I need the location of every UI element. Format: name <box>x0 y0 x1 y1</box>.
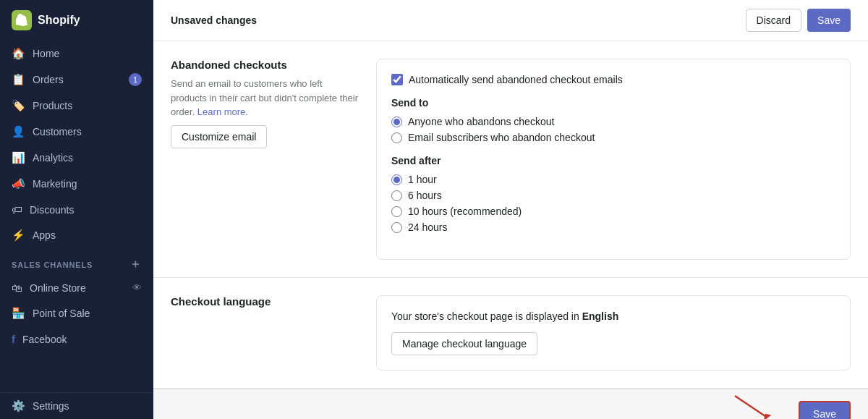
checkout-language-right: Your store's checkout page is displayed … <box>376 295 851 371</box>
svg-marker-1 <box>764 414 771 419</box>
abandoned-checkouts-desc: Send an email to customers who left prod… <box>171 77 359 119</box>
auto-send-checkbox-row: Automatically send abandoned checkout em… <box>391 74 835 85</box>
topbar-actions: Discard Save <box>746 9 851 32</box>
nav-item-apps[interactable]: ⚡ Apps <box>0 222 153 248</box>
orders-label: Orders <box>33 74 64 85</box>
send-to-subscribers-radio[interactable] <box>391 132 402 143</box>
customize-email-button[interactable]: Customize email <box>171 125 267 148</box>
send-after-heading: Send after <box>391 155 835 166</box>
nav-item-analytics[interactable]: 📊 Analytics <box>0 145 153 171</box>
send-after-1h-label: 1 hour <box>408 174 437 185</box>
arrow-annotation <box>731 393 774 419</box>
send-after-6h-label: 6 hours <box>408 190 442 201</box>
nav-item-marketing[interactable]: 📣 Marketing <box>0 171 153 197</box>
send-to-subscribers-label: Email subscribers who abandon checkout <box>408 132 595 143</box>
analytics-label: Analytics <box>33 152 73 164</box>
send-to-anyone-radio[interactable] <box>391 117 402 127</box>
checkout-language-section: Checkout language Your store's checkout … <box>153 278 868 388</box>
apps-icon: ⚡ <box>12 229 25 242</box>
sales-channels-label: SALES CHANNELS <box>12 261 93 269</box>
send-after-24h-label: 24 hours <box>408 221 447 233</box>
send-after-10h-row: 10 hours (recommended) <box>391 206 835 217</box>
app-logo: shopify <box>0 0 153 41</box>
discounts-label: Discounts <box>30 204 74 216</box>
eye-icon: 👁 <box>132 282 142 293</box>
send-after-6h-row: 6 hours <box>391 190 835 201</box>
manage-checkout-language-button[interactable]: Manage checkout language <box>391 332 537 355</box>
auto-send-label: Automatically send abandoned checkout em… <box>409 74 623 85</box>
home-label: Home <box>33 48 59 59</box>
customers-icon: 👤 <box>12 125 25 138</box>
add-sales-channel-icon[interactable]: ＋ <box>129 257 142 272</box>
save-top-button[interactable]: Save <box>807 9 851 32</box>
settings-content: Abandoned checkouts Send an email to cus… <box>153 41 868 419</box>
checkout-language-left: Checkout language <box>171 295 359 371</box>
nav-item-customers[interactable]: 👤 Customers <box>0 119 153 145</box>
nav-item-online-store[interactable]: 🛍 Online Store 👁 <box>0 275 153 300</box>
send-to-subscribers-row: Email subscribers who abandon checkout <box>391 132 835 143</box>
facebook-label: Facebook <box>22 334 67 345</box>
marketing-icon: 📣 <box>12 177 25 190</box>
send-after-6h-radio[interactable] <box>391 190 402 201</box>
nav-item-facebook[interactable]: f Facebook <box>0 326 153 352</box>
abandoned-checkouts-left: Abandoned checkouts Send an email to cus… <box>171 59 359 260</box>
nav-item-home[interactable]: 🏠 Home <box>0 41 153 67</box>
discard-button[interactable]: Discard <box>746 9 801 32</box>
send-after-24h-row: 24 hours <box>391 221 835 233</box>
shopify-icon <box>12 10 32 30</box>
customers-label: Customers <box>33 126 82 137</box>
nav-item-pos[interactable]: 🏪 Point of Sale <box>0 300 153 326</box>
abandoned-checkouts-right: Automatically send abandoned checkout em… <box>376 59 851 260</box>
checkout-language-title: Checkout language <box>171 295 359 308</box>
pos-label: Point of Sale <box>33 308 90 319</box>
svg-line-0 <box>735 396 767 418</box>
send-to-anyone-row: Anyone who abandons checkout <box>391 116 835 127</box>
sidebar: shopify 🏠 Home 📋 Orders 1 🏷️ Products 👤 … <box>0 0 153 419</box>
checkout-language-text: Your store's checkout page is displayed … <box>391 310 835 322</box>
send-after-1h-row: 1 hour <box>391 174 835 185</box>
send-after-10h-radio[interactable] <box>391 206 402 217</box>
sales-channels-header: SALES CHANNELS ＋ <box>0 248 153 275</box>
nav-item-discounts[interactable]: 🏷 Discounts <box>0 197 153 222</box>
settings-label: Settings <box>33 400 69 412</box>
home-icon: 🏠 <box>12 47 25 60</box>
send-after-24h-radio[interactable] <box>391 222 402 233</box>
topbar: Unsaved changes Discard Save <box>153 0 868 41</box>
bottom-save-row: Save <box>153 389 868 419</box>
send-to-heading: Send to <box>391 97 835 109</box>
nav-item-products[interactable]: 🏷️ Products <box>0 93 153 119</box>
products-icon: 🏷️ <box>12 99 25 112</box>
send-after-section: Send after 1 hour 6 hours 10 hours (reco… <box>391 155 835 233</box>
analytics-icon: 📊 <box>12 151 25 164</box>
products-label: Products <box>33 100 72 111</box>
learn-more-link[interactable]: Learn more. <box>197 106 248 117</box>
main-content: Unsaved changes Discard Save Abandoned c… <box>153 0 868 419</box>
nav-item-orders[interactable]: 📋 Orders 1 <box>0 67 153 93</box>
apps-label: Apps <box>33 229 56 241</box>
orders-icon: 📋 <box>12 73 25 86</box>
nav-item-settings[interactable]: ⚙️ Settings <box>0 393 153 419</box>
send-to-section: Send to Anyone who abandons checkout Ema… <box>391 97 835 143</box>
save-bottom-button[interactable]: Save <box>799 401 851 419</box>
page-title: Unsaved changes <box>171 14 257 26</box>
marketing-label: Marketing <box>33 178 77 190</box>
facebook-icon: f <box>12 333 15 345</box>
sidebar-bottom: ⚙️ Settings <box>0 392 153 419</box>
auto-send-checkbox[interactable] <box>391 74 403 85</box>
app-name: shopify <box>38 14 80 27</box>
discounts-icon: 🏷 <box>12 203 22 216</box>
pos-icon: 🏪 <box>12 307 25 320</box>
send-after-1h-radio[interactable] <box>391 174 402 185</box>
settings-icon: ⚙️ <box>12 399 25 412</box>
checkout-language-value: English <box>582 310 619 322</box>
orders-badge: 1 <box>129 73 142 86</box>
online-store-label: Online Store <box>30 282 86 294</box>
abandoned-checkouts-title: Abandoned checkouts <box>171 59 359 71</box>
send-after-10h-label: 10 hours (recommended) <box>408 206 522 217</box>
abandoned-checkouts-section: Abandoned checkouts Send an email to cus… <box>153 41 868 277</box>
store-icon: 🛍 <box>12 282 22 294</box>
send-to-anyone-label: Anyone who abandons checkout <box>408 116 554 127</box>
